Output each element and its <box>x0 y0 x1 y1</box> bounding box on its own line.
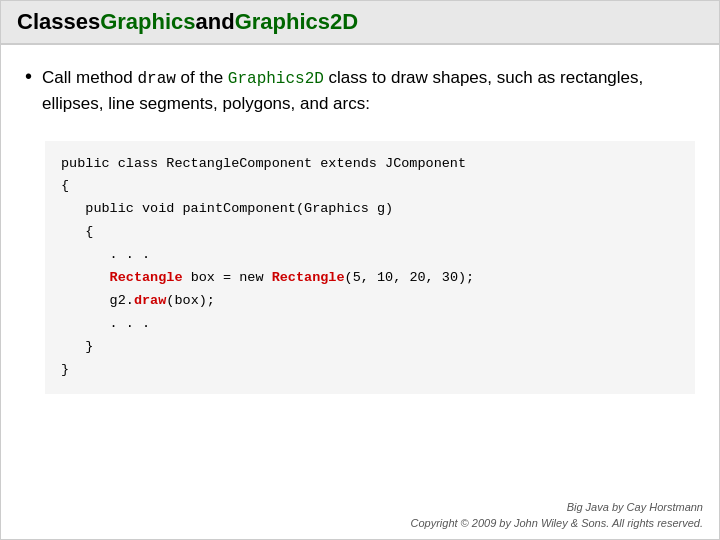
footer: Big Java by Cay Horstmann Copyright © 20… <box>1 492 719 539</box>
header-graphics2d: Graphics2D <box>235 9 359 35</box>
footer-line2: Copyright © 2009 by John Wiley & Sons. A… <box>410 517 703 529</box>
code-line-10: } <box>61 359 679 382</box>
code-line-2: { <box>61 175 679 198</box>
bullet-draw-code: draw <box>137 70 175 88</box>
footer-text: Big Java by Cay Horstmann Copyright © 20… <box>17 500 703 531</box>
code-line-4: { <box>61 221 679 244</box>
code-line-5: . . . <box>61 244 679 267</box>
bullet-dot: • <box>25 65 32 88</box>
code-line-6: Rectangle box = new Rectangle(5, 10, 20,… <box>61 267 679 290</box>
bullet-graphics2d-code: Graphics2D <box>228 70 324 88</box>
code-block: public class RectangleComponent extends … <box>45 141 695 394</box>
code-line-1: public class RectangleComponent extends … <box>61 153 679 176</box>
header-classes: Classes <box>17 9 100 35</box>
slide-header: Classes Graphics and Graphics2D <box>1 1 719 45</box>
slide-content: • Call method draw of the Graphics2D cla… <box>1 45 719 492</box>
bullet-prefix: Call method <box>42 68 137 87</box>
bullet-text: Call method draw of the Graphics2D class… <box>42 65 695 117</box>
slide-container: Classes Graphics and Graphics2D • Call m… <box>0 0 720 540</box>
header-graphics: Graphics <box>100 9 195 35</box>
bullet-middle: of the <box>176 68 228 87</box>
code-line-7: g2.draw(box); <box>61 290 679 313</box>
code-line-8: . . . <box>61 313 679 336</box>
bullet-point: • Call method draw of the Graphics2D cla… <box>25 65 695 117</box>
header-and: and <box>196 9 235 35</box>
code-line-9: } <box>61 336 679 359</box>
code-line-3: public void paintComponent(Graphics g) <box>61 198 679 221</box>
footer-line1: Big Java by Cay Horstmann <box>567 501 703 513</box>
